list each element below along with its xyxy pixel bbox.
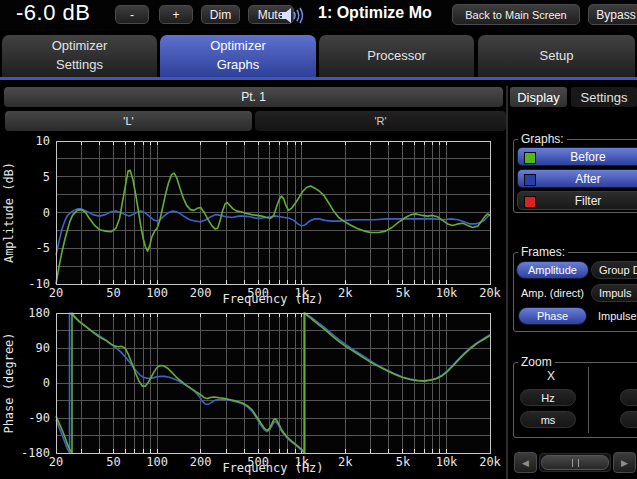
zoom-group-label: Zoom	[518, 355, 555, 369]
svg-text:200: 200	[190, 286, 212, 300]
after-label: After	[575, 172, 600, 186]
frame-impulse-button[interactable]: Impulse	[591, 307, 637, 325]
svg-text:20: 20	[49, 286, 63, 300]
after-swatch-icon	[524, 174, 536, 186]
svg-text:1k: 1k	[295, 286, 310, 300]
frame-group-delay-button[interactable]: Group D	[591, 261, 637, 279]
filter-toggle-button[interactable]: Filter	[517, 191, 637, 210]
svg-text:200: 200	[190, 455, 212, 469]
svg-text:50: 50	[106, 455, 120, 469]
scrollbar-thumb[interactable]	[541, 455, 609, 470]
svg-text:0: 0	[43, 376, 50, 390]
svg-text:Amplitude (dB): Amplitude (dB)	[2, 162, 16, 263]
svg-text:500: 500	[247, 286, 269, 300]
before-toggle-button[interactable]: Before	[517, 147, 637, 166]
svg-text:0: 0	[43, 206, 50, 220]
tab-label: Processor	[367, 47, 426, 66]
tab-label: Settings	[56, 56, 103, 75]
zoom-ms-button[interactable]: ms	[520, 411, 576, 428]
tab-label: Optimizer	[210, 37, 266, 56]
svg-text:5: 5	[43, 170, 50, 184]
zoom-x-column-label: X	[514, 369, 588, 383]
svg-text:-90: -90	[28, 411, 50, 425]
scroll-right-icon: ▶	[621, 458, 628, 468]
tab-label: Graphs	[217, 56, 260, 75]
panel-divider	[506, 86, 508, 479]
zoom-y-button-1[interactable]	[620, 389, 637, 406]
preset-title: 1: Optimize Mo	[318, 4, 432, 22]
svg-text:20k: 20k	[479, 455, 501, 469]
frame-phase-button[interactable]: Phase	[518, 307, 587, 325]
back-to-main-screen-button[interactable]: Back to Main Screen	[452, 4, 580, 25]
phase-response-chart: 20501002005001k2k5k10k20k180900-90-180Fr…	[0, 306, 508, 479]
tab-optimizer-graphs[interactable]: Optimizer Graphs	[160, 35, 316, 77]
svg-text:500: 500	[247, 455, 269, 469]
frames-group-label: Frames:	[518, 245, 568, 259]
svg-text:10k: 10k	[436, 286, 458, 300]
svg-text:180: 180	[28, 306, 50, 320]
tab-label: Optimizer	[52, 37, 108, 56]
scroll-left-button[interactable]: ◀	[514, 452, 537, 473]
svg-text:20: 20	[49, 455, 63, 469]
scroll-right-button[interactable]: ▶	[613, 452, 636, 473]
dim-button[interactable]: Dim	[201, 5, 240, 24]
svg-text:-180: -180	[21, 446, 50, 460]
tab-channel-right[interactable]: 'R'	[255, 111, 506, 131]
svg-text:Phase (degree): Phase (degree)	[2, 332, 16, 433]
amplitude-response-chart: 20501002005001k2k5k10k20k1050-5-10Freque…	[0, 132, 508, 310]
frames-group: Frames: Amplitude Group D Amp. (direct) …	[513, 252, 637, 332]
svg-text:1k: 1k	[295, 455, 310, 469]
tab-settings-panel[interactable]: Settings	[571, 87, 637, 107]
volume-down-button[interactable]: -	[115, 5, 149, 24]
tab-channel-left[interactable]: 'L'	[5, 111, 252, 131]
tab-optimizer-settings[interactable]: Optimizer Settings	[2, 35, 157, 77]
graphs-group: Graphs: Before After Filter	[513, 139, 637, 213]
svg-text:Frequency (Hz): Frequency (Hz)	[222, 292, 323, 306]
frame-amplitude-button[interactable]: Amplitude	[516, 261, 589, 279]
tab-display[interactable]: Display	[510, 87, 567, 107]
speaker-volume-icon	[281, 6, 306, 29]
scrollbar-grip-icon	[572, 459, 579, 467]
tab-label: Setup	[540, 47, 574, 66]
top-bar: -6.0 dB - + Dim Mute 1: Optimize Mo Back…	[0, 0, 637, 31]
svg-text:5k: 5k	[396, 455, 411, 469]
zoom-hz-button[interactable]: Hz	[520, 389, 576, 406]
zoom-y-button-2[interactable]	[620, 411, 637, 428]
bypass-button[interactable]: Bypass	[588, 4, 637, 25]
before-swatch-icon	[524, 152, 536, 164]
svg-text:-5: -5	[36, 241, 50, 255]
active-tab-underline	[0, 77, 637, 80]
measurement-point-bar[interactable]: Pt. 1	[4, 87, 503, 107]
svg-text:2k: 2k	[338, 455, 353, 469]
svg-text:90: 90	[36, 341, 50, 355]
svg-text:100: 100	[146, 455, 168, 469]
svg-text:10k: 10k	[436, 455, 458, 469]
volume-up-button[interactable]: +	[159, 5, 193, 24]
after-toggle-button[interactable]: After	[517, 169, 637, 188]
tab-setup[interactable]: Setup	[478, 35, 635, 77]
svg-text:-10: -10	[28, 277, 50, 291]
before-label: Before	[570, 150, 605, 164]
svg-text:50: 50	[106, 286, 120, 300]
scroll-left-icon: ◀	[522, 458, 529, 468]
filter-swatch-icon	[524, 196, 536, 208]
master-volume-readout: -6.0 dB	[16, 0, 90, 26]
zoom-column-divider	[588, 367, 589, 433]
zoom-group: Zoom X Hz ms	[513, 362, 637, 438]
svg-text:100: 100	[146, 286, 168, 300]
svg-text:Frequency (Hz): Frequency (Hz)	[222, 461, 323, 475]
svg-text:5k: 5k	[396, 286, 411, 300]
svg-text:20k: 20k	[479, 286, 501, 300]
graphs-group-label: Graphs:	[518, 132, 567, 146]
frame-impulse-direct-button[interactable]: Impuls	[591, 284, 637, 302]
svg-text:2k: 2k	[338, 286, 353, 300]
frame-amp-direct-button[interactable]: Amp. (direct)	[514, 284, 591, 302]
filter-label: Filter	[575, 194, 602, 208]
tab-processor[interactable]: Processor	[319, 35, 474, 77]
svg-text:10: 10	[36, 134, 50, 148]
